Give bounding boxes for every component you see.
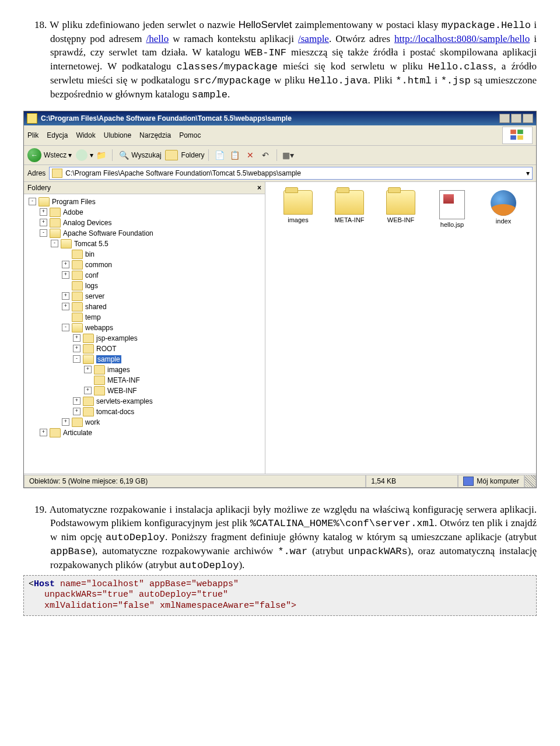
toolbar: ← Wstecz ▾ ▾ 📁 🔍 Wyszukaj Foldery 📄 📋 ✕ … — [24, 146, 536, 165]
content-pane[interactable]: imagesMETA-INFWEB-INFhello.jspindex — [265, 182, 536, 474]
folder-icon — [83, 344, 94, 353]
tree-label: temp — [85, 313, 101, 321]
titlebar[interactable]: C:\Program Files\Apache Software Foundat… — [24, 111, 536, 125]
expander-icon[interactable]: + — [73, 408, 80, 415]
resize-grip[interactable] — [524, 475, 536, 488]
menu-tools[interactable]: Narzędzia — [139, 131, 171, 139]
menu-view[interactable]: Widok — [76, 131, 95, 139]
expander-icon[interactable]: + — [62, 418, 69, 426]
menu-file[interactable]: Plik — [27, 131, 38, 139]
tree-node[interactable]: +WEB-INF — [25, 386, 264, 396]
tree-node[interactable]: +common — [25, 260, 264, 270]
expander-icon[interactable]: - — [51, 240, 58, 247]
file-item[interactable]: WEB-INF — [380, 190, 422, 228]
folder-icon — [94, 376, 105, 385]
tree-node[interactable]: +images — [25, 365, 264, 375]
paragraph-19: 19. Automatyczne rozpakowanie i instalac… — [50, 503, 537, 573]
expander-icon[interactable]: + — [73, 334, 80, 342]
maximize-button[interactable] — [511, 114, 522, 123]
paragraph-18: 18. W pliku zdefiniowano jeden serwlet o… — [50, 19, 537, 102]
forward-button[interactable] — [76, 149, 88, 161]
expander-icon[interactable]: + — [84, 387, 92, 394]
file-item[interactable]: hello.jsp — [431, 190, 473, 228]
tree-label: bin — [85, 250, 94, 258]
status-bar: Obiektów: 5 (Wolne miejsce: 6,19 GB) 1,5… — [24, 474, 536, 488]
svg-rect-0 — [510, 129, 516, 134]
search-icon[interactable]: 🔍 — [118, 149, 130, 161]
tree-node[interactable]: +Articulate — [25, 428, 264, 438]
tree-label: META-INF — [107, 376, 140, 384]
expander-icon[interactable]: + — [40, 429, 47, 436]
undo-icon[interactable]: ↶ — [260, 149, 271, 161]
expander-icon[interactable]: + — [62, 292, 69, 300]
expander-icon[interactable]: + — [84, 366, 92, 373]
tree-node[interactable]: +shared — [25, 302, 264, 312]
jsp-file-icon — [439, 190, 465, 219]
tree-node[interactable]: -Program Files — [25, 197, 264, 207]
folder-icon — [72, 250, 83, 259]
folder-icon — [284, 190, 313, 215]
tree-label: work — [85, 418, 100, 426]
tree-label: Program Files — [52, 198, 96, 206]
file-label: META-INF — [328, 216, 370, 223]
tree-node[interactable]: +Analog Devices — [25, 218, 264, 228]
menu-help[interactable]: Pomoc — [179, 131, 201, 139]
file-item[interactable]: images — [277, 190, 319, 228]
tree-node[interactable]: +Adobe — [25, 207, 264, 218]
tree-node[interactable]: +ROOT — [25, 344, 264, 354]
expander-icon[interactable]: - — [40, 229, 47, 237]
folders-icon[interactable] — [163, 149, 180, 161]
file-item[interactable]: META-INF — [328, 190, 370, 228]
expander-icon[interactable]: - — [73, 355, 80, 363]
tree-node[interactable]: +tomcat-docs — [25, 407, 264, 417]
tree-node[interactable]: META-INF — [25, 375, 264, 386]
address-field[interactable]: C:\Program Files\Apache Software Foundat… — [49, 167, 533, 180]
tree-label: tomcat-docs — [96, 408, 134, 416]
minimize-button[interactable] — [499, 114, 510, 123]
code-block: <Host name="localhost" appBase="webapps"… — [23, 575, 537, 616]
tree-node[interactable]: +work — [25, 417, 264, 428]
folder-icon — [50, 208, 61, 217]
tree-label: images — [107, 366, 130, 374]
back-button[interactable]: ← — [27, 148, 41, 162]
tree-node[interactable]: temp — [25, 312, 264, 323]
folder-tree[interactable]: -Program Files+Adobe+Analog Devices-Apac… — [24, 194, 265, 474]
menu-fav[interactable]: Ulubione — [104, 131, 131, 139]
file-item[interactable]: index — [482, 190, 524, 228]
expander-icon[interactable]: - — [62, 324, 69, 331]
computer-icon — [463, 477, 474, 486]
expander-icon[interactable]: + — [62, 261, 69, 268]
tree-node[interactable]: -Tomcat 5.5 — [25, 239, 264, 249]
url-link[interactable]: http://localhost:8080/sample/hello — [394, 33, 530, 44]
copy-icon[interactable]: 📋 — [229, 149, 241, 161]
tree-node[interactable]: -webapps — [25, 323, 264, 333]
delete-icon[interactable]: ✕ — [244, 149, 256, 161]
expander-icon[interactable]: + — [62, 271, 69, 279]
up-icon[interactable]: 📁 — [95, 149, 107, 161]
expander-icon[interactable]: + — [73, 345, 80, 352]
file-label: WEB-INF — [380, 216, 422, 223]
status-location: Mój komputer — [458, 475, 524, 488]
folder-icon — [83, 334, 94, 343]
menu-edit[interactable]: Edycja — [47, 131, 68, 139]
tree-node[interactable]: bin — [25, 249, 264, 260]
expander-icon[interactable]: + — [40, 208, 47, 216]
expander-icon[interactable]: - — [29, 198, 36, 205]
expander-icon[interactable]: + — [62, 303, 69, 310]
expander-icon[interactable]: + — [40, 219, 47, 226]
tree-node[interactable]: -sample — [25, 354, 264, 365]
tree-label: Tomcat 5.5 — [74, 240, 108, 248]
tree-node[interactable]: +conf — [25, 270, 264, 281]
expander-icon[interactable]: + — [73, 397, 80, 405]
close-pane-button[interactable]: × — [257, 184, 261, 192]
tree-label: sample — [96, 355, 121, 363]
tree-node[interactable]: -Apache Software Foundation — [25, 228, 264, 239]
tree-node[interactable]: +jsp-examples — [25, 333, 264, 344]
menubar: Plik Edycja Widok Ulubione Narzędzia Pom… — [24, 125, 536, 146]
tree-node[interactable]: +servlets-examples — [25, 396, 264, 407]
views-icon[interactable]: ▦▾ — [282, 149, 294, 161]
tree-node[interactable]: logs — [25, 281, 264, 291]
close-button[interactable] — [523, 114, 533, 123]
move-icon[interactable]: 📄 — [214, 149, 226, 161]
tree-node[interactable]: +server — [25, 291, 264, 302]
